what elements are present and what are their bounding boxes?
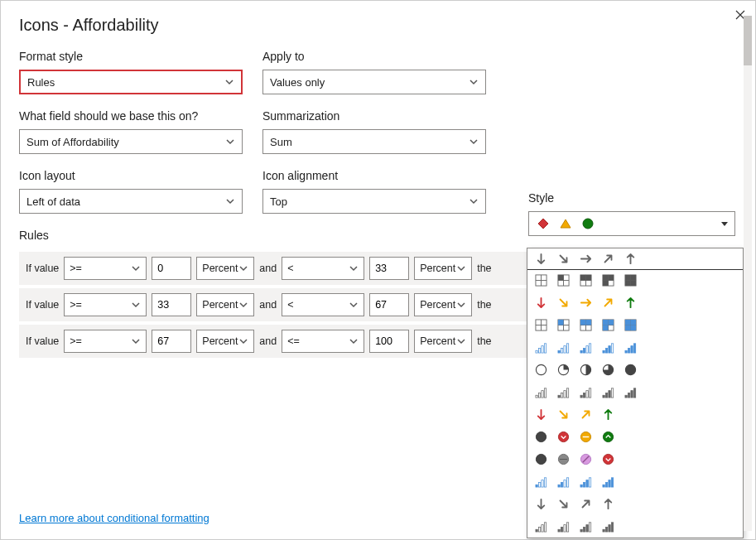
- style-option[interactable]: [527, 403, 743, 426]
- svg-rect-138: [611, 523, 613, 532]
- style-option[interactable]: [527, 470, 743, 493]
- style-icon: [556, 273, 571, 287]
- format-style-select[interactable]: Rules: [19, 70, 243, 94]
- svg-point-106: [603, 454, 613, 464]
- svg-rect-47: [625, 320, 631, 325]
- style-select[interactable]: [528, 211, 735, 236]
- svg-rect-126: [544, 523, 546, 532]
- style-icon: [534, 452, 548, 466]
- style-icon: [579, 273, 593, 287]
- then-label: the: [477, 299, 491, 311]
- style-icon: [556, 363, 571, 377]
- apply-to-select[interactable]: Values only: [262, 70, 486, 94]
- style-option[interactable]: [527, 314, 743, 336]
- svg-rect-81: [561, 393, 562, 398]
- svg-rect-61: [586, 346, 588, 353]
- style-icon: [556, 407, 571, 422]
- rule-op2-select[interactable]: <: [282, 293, 364, 316]
- rule-op2-select[interactable]: <=: [282, 330, 364, 353]
- style-icon: [601, 452, 615, 466]
- style-option[interactable]: [527, 292, 743, 314]
- svg-rect-125: [542, 525, 543, 532]
- field-base-field: What field should we base this on? Sum o…: [19, 109, 243, 154]
- summarization-select[interactable]: Sum: [262, 129, 486, 154]
- dialog-title: Icons - Affordability: [19, 16, 737, 35]
- svg-rect-48: [631, 320, 637, 325]
- and-label: and: [259, 299, 277, 311]
- style-option[interactable]: [527, 269, 743, 292]
- style-icon: [624, 273, 638, 287]
- rule-row: If value>=Percentand<Percentthe: [19, 252, 544, 285]
- summarization-value: Sum: [270, 136, 292, 148]
- svg-rect-116: [583, 482, 585, 487]
- style-icon: [624, 252, 638, 266]
- rule-val2-input[interactable]: [369, 330, 409, 353]
- rule-unit1-select[interactable]: Percent: [196, 257, 254, 280]
- style-option[interactable]: [527, 248, 744, 270]
- icons-dialog: Icons - Affordability Format style Rules…: [0, 0, 756, 540]
- rule-row: If value>=Percentand<Percentthe: [19, 288, 544, 321]
- chevron-down-icon: [469, 137, 479, 147]
- svg-rect-131: [580, 529, 582, 532]
- base-field-select[interactable]: Sum of Affordability: [19, 129, 243, 154]
- svg-rect-93: [628, 393, 629, 398]
- svg-rect-110: [544, 478, 546, 487]
- svg-point-97: [558, 432, 568, 441]
- rule-op1-select[interactable]: >=: [64, 330, 147, 353]
- rule-op2-select[interactable]: <: [282, 257, 364, 280]
- rule-val1-input[interactable]: [152, 257, 191, 280]
- svg-rect-115: [580, 485, 582, 487]
- style-icon: [556, 385, 571, 399]
- format-style-value: Rules: [27, 76, 55, 89]
- svg-rect-65: [609, 346, 610, 353]
- field-icon-alignment: Icon alignment Top: [262, 169, 486, 214]
- svg-rect-85: [583, 393, 585, 398]
- svg-rect-24: [625, 281, 631, 287]
- style-icon: [556, 296, 571, 310]
- svg-rect-62: [589, 344, 590, 353]
- svg-point-75: [625, 364, 635, 374]
- rule-op1-select[interactable]: >=: [64, 257, 147, 280]
- rule-val1-input[interactable]: [152, 330, 191, 353]
- if-value-label: If value: [26, 299, 59, 311]
- style-option[interactable]: [527, 381, 743, 403]
- style-icon: [556, 318, 571, 332]
- style-option[interactable]: [527, 426, 743, 448]
- rule-val2-input[interactable]: [369, 293, 409, 316]
- apply-to-label: Apply to: [262, 50, 486, 63]
- rule-unit1-select[interactable]: Percent: [196, 293, 254, 316]
- style-icon: [556, 430, 571, 444]
- svg-rect-58: [566, 344, 568, 353]
- style-option[interactable]: [527, 336, 743, 359]
- rule-unit1-select[interactable]: Percent: [196, 330, 254, 353]
- style-icon: [579, 363, 593, 377]
- svg-point-0: [583, 219, 593, 229]
- and-label: and: [259, 263, 277, 274]
- style-option[interactable]: [527, 448, 743, 470]
- icon-alignment-select[interactable]: Top: [262, 189, 486, 214]
- svg-rect-83: [566, 388, 568, 398]
- rule-val2-input[interactable]: [369, 257, 409, 280]
- scrollbar-thumb[interactable]: [744, 16, 752, 65]
- rule-val1-input[interactable]: [152, 293, 191, 316]
- rule-op1-select[interactable]: >=: [64, 293, 147, 316]
- svg-rect-109: [542, 480, 543, 487]
- style-icon: [579, 318, 593, 332]
- style-option[interactable]: [527, 359, 743, 381]
- style-option[interactable]: [527, 515, 743, 538]
- style-option[interactable]: [527, 493, 743, 515]
- rule-unit2-select[interactable]: Percent: [414, 257, 472, 280]
- style-area: Style: [528, 191, 735, 236]
- svg-rect-95: [633, 388, 635, 398]
- style-icon: [624, 296, 638, 310]
- rule-unit2-select[interactable]: Percent: [414, 293, 472, 316]
- icon-layout-label: Icon layout: [19, 169, 243, 182]
- scrollbar[interactable]: [744, 16, 752, 531]
- rule-unit2-select[interactable]: Percent: [414, 330, 472, 353]
- icon-layout-select[interactable]: Left of data: [19, 189, 243, 214]
- learn-more-link[interactable]: Learn more about conditional formatting: [19, 512, 209, 524]
- svg-rect-60: [583, 348, 585, 353]
- svg-rect-25: [631, 281, 637, 287]
- svg-point-71: [536, 364, 546, 374]
- svg-rect-87: [589, 388, 590, 398]
